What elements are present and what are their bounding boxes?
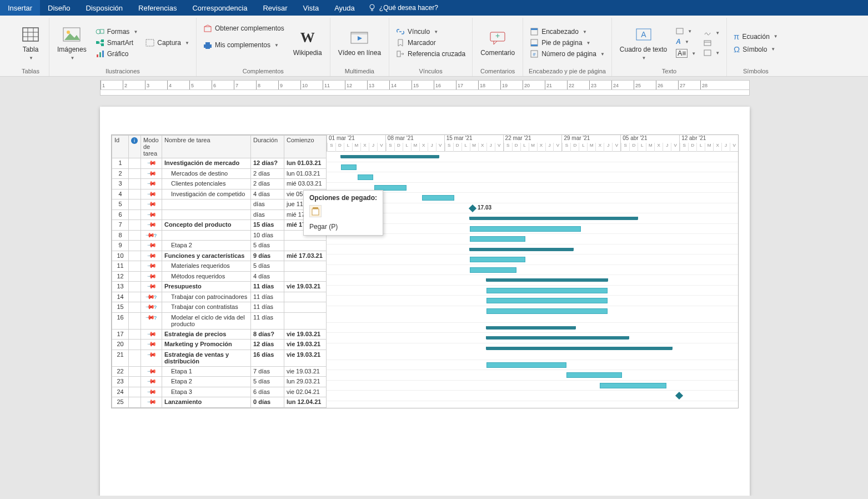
gantt-chart-object[interactable]: Id i Modo de tarea Nombre de tarea Durac… <box>111 134 739 408</box>
col-name[interactable]: Nombre de tarea <box>162 136 251 158</box>
ribbon-tab-referencias[interactable]: Referencias <box>131 0 184 16</box>
formas-button[interactable]: Formas▼ <box>93 27 141 37</box>
task-row[interactable]: 11📌Materiales requeridos5 días <box>112 261 327 272</box>
col-id[interactable]: Id <box>112 136 129 158</box>
video-button[interactable]: Vídeo en línea <box>335 19 384 67</box>
smartart-button[interactable]: SmartArt <box>93 38 141 48</box>
svg-rect-12 <box>96 41 99 44</box>
mis-complementos-button[interactable]: Mis complementos▼ <box>201 40 287 50</box>
task-row[interactable]: 1📌Investigación de mercado12 días?lun 01… <box>112 158 327 169</box>
task-row[interactable]: 17📌Estrategia de precios8 días?vie 19.03… <box>112 329 327 340</box>
tabla-button[interactable]: Tabla▼ <box>17 19 44 67</box>
ribbon-tab-vista[interactable]: Vista <box>295 0 327 16</box>
task-row[interactable]: 8📌?10 días <box>112 230 327 241</box>
task-row[interactable]: 12📌Métodos requeridos4 días <box>112 271 327 282</box>
summary-bar[interactable] <box>470 217 638 220</box>
marcador-button[interactable]: Marcador <box>394 38 468 48</box>
summary-bar[interactable] <box>486 278 608 282</box>
task-bar[interactable] <box>600 383 666 388</box>
svg-rect-3 <box>23 28 38 41</box>
ribbon-tab-diseño[interactable]: Diseño <box>40 0 78 16</box>
task-bar[interactable] <box>486 298 608 303</box>
captura-button[interactable]: Captura▼ <box>143 38 192 48</box>
imagenes-button[interactable]: Imágenes▼ <box>54 19 90 67</box>
wordart-button[interactable]: A▼ <box>674 37 698 47</box>
task-row[interactable]: 22📌Etapa 17 díasvie 19.03.21 <box>112 366 327 377</box>
task-row[interactable]: 25📌Lanzamiento0 díaslun 12.04.21 <box>112 397 327 408</box>
paste-options-popup[interactable]: Opciones de pegado: Pegar (P) <box>303 190 383 236</box>
svg-rect-35 <box>676 28 683 34</box>
col-info[interactable]: i <box>129 136 141 158</box>
task-row[interactable]: 7📌Concepto del producto15 díasmié 17.03.… <box>112 220 327 231</box>
encabezado-button[interactable]: Encabezado▼ <box>528 27 607 37</box>
ribbon-tab-insertar[interactable]: Insertar <box>0 0 40 16</box>
grafico-button[interactable]: Gráfico <box>93 49 141 59</box>
task-row[interactable]: 15📌?Trabajar con contratistas11 días <box>112 302 327 313</box>
task-row[interactable]: 14📌?Trabajar con patrocinadores11 días <box>112 292 327 302</box>
task-row[interactable]: 4📌Investigación de competido4 díasvie 05… <box>112 189 327 199</box>
svg-rect-23 <box>351 32 368 34</box>
task-bar[interactable] <box>358 174 373 180</box>
cuadro-texto-button[interactable]: A Cuadro de texto▼ <box>616 19 670 67</box>
comentario-button[interactable]: + Comentario <box>477 19 518 67</box>
task-bar[interactable] <box>470 267 516 273</box>
task-bar[interactable] <box>422 195 454 201</box>
milestone-marker[interactable] <box>469 204 476 212</box>
task-row[interactable]: 10📌Funciones y características9 díasmié … <box>112 251 327 261</box>
task-bar[interactable] <box>486 308 608 314</box>
ribbon-tab-correspondencia[interactable]: Correspondencia <box>184 0 255 16</box>
task-row[interactable]: 9📌Etapa 25 días <box>112 241 327 251</box>
summary-bar[interactable] <box>486 336 629 340</box>
col-mode[interactable]: Modo de tarea <box>141 136 162 158</box>
paste-label[interactable]: Pegar (P) <box>309 221 377 231</box>
summary-bar[interactable] <box>341 155 439 158</box>
ribbon-tab-revisar[interactable]: Revisar <box>255 0 295 16</box>
task-row[interactable]: 16📌?Modelar el ciclo de vida del product… <box>112 312 327 329</box>
dropcap-button[interactable]: A≡▼ <box>674 48 698 59</box>
vinculo-button[interactable]: Vínculo▼ <box>394 27 468 37</box>
summary-bar[interactable] <box>486 326 575 330</box>
milestone-marker[interactable] <box>675 392 683 400</box>
chart-icon <box>96 50 104 58</box>
task-bar[interactable] <box>341 164 357 170</box>
task-bar[interactable] <box>486 362 566 368</box>
task-row[interactable]: 21📌Estrategia de ventas y distribución16… <box>112 350 327 366</box>
summary-bar[interactable] <box>486 347 672 350</box>
object-button[interactable]: ▼ <box>701 48 722 57</box>
task-row[interactable]: 5📌díasjue 11.03.21 <box>112 199 327 210</box>
gantt-timeline[interactable]: 01 mar '21SDLMXJV08 mar '21SDLMXJV15 mar… <box>327 135 738 408</box>
chart-row <box>327 162 738 173</box>
summary-bar[interactable] <box>470 248 573 251</box>
col-start[interactable]: Comienzo <box>284 136 327 158</box>
task-bar[interactable] <box>470 226 581 232</box>
task-bar[interactable] <box>470 257 525 262</box>
col-duration[interactable]: Duración <box>251 136 284 158</box>
referencia-cruzada-button[interactable]: Referencia cruzada <box>394 49 468 59</box>
horizontal-ruler[interactable]: 1234567891011121314151617181920212223242… <box>100 80 750 90</box>
wikipedia-button[interactable]: W Wikipedia <box>290 19 325 67</box>
paste-keep-source-icon[interactable] <box>309 205 322 217</box>
task-bar[interactable] <box>470 236 525 242</box>
task-row[interactable]: 24📌Etapa 36 díasvie 02.04.21 <box>112 387 327 397</box>
obtener-complementos-button[interactable]: Obtener complementos <box>201 23 287 33</box>
task-row[interactable]: 13📌Presupuesto11 díasvie 19.03.21 <box>112 282 327 292</box>
task-row[interactable]: 23📌Etapa 25 díaslun 29.03.21 <box>112 377 327 387</box>
task-row[interactable]: 6📌díasmié 17.03.21 <box>112 209 327 220</box>
task-bar[interactable] <box>486 288 608 293</box>
simbolo-button[interactable]: ΩSímbolo▼ <box>731 43 780 55</box>
signature-button[interactable]: ▼ <box>701 28 722 37</box>
task-bar[interactable] <box>374 185 407 191</box>
pie-pagina-button[interactable]: Pie de página▼ <box>528 38 607 48</box>
task-bar[interactable] <box>566 372 622 378</box>
svg-rect-24 <box>397 51 400 57</box>
ribbon-tab-ayuda[interactable]: Ayuda <box>327 0 363 16</box>
quickparts-button[interactable]: ▼ <box>674 27 698 36</box>
tell-me-search[interactable]: ¿Qué desea hacer? <box>363 0 444 16</box>
task-row[interactable]: 2📌Mercados de destino2 díaslun 01.03.21 <box>112 168 327 179</box>
ribbon-tab-disposición[interactable]: Disposición <box>78 0 131 16</box>
ecuacion-button[interactable]: πEcuación▼ <box>731 31 780 42</box>
task-row[interactable]: 3📌Clientes potenciales2 díasmié 03.03.21 <box>112 179 327 189</box>
task-row[interactable]: 20📌Marketing y Promoción12 díasvie 19.03… <box>112 340 327 350</box>
datetime-button[interactable] <box>701 38 722 47</box>
numero-pagina-button[interactable]: #Número de página▼ <box>528 49 607 59</box>
